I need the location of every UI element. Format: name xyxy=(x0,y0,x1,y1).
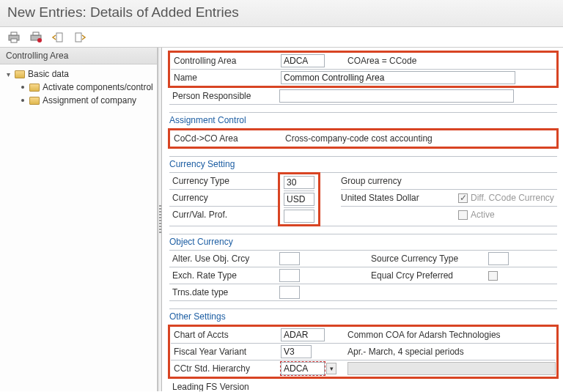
diff-ccode-label: Diff. CCode Currency xyxy=(471,193,554,203)
cctr-desc-readonly xyxy=(347,362,556,375)
group-currency: Currency Setting Currency Type Currency … xyxy=(169,156,557,226)
bullet-icon xyxy=(21,86,24,89)
expand-icon[interactable]: ▾ xyxy=(4,70,12,78)
tree-item-activate[interactable]: Activate components/control xyxy=(19,81,157,94)
svg-rect-1 xyxy=(11,32,17,35)
other-title: Other Settings xyxy=(169,310,557,323)
highlight-other: Chart of Accts Common COA for Adarsh Tec… xyxy=(169,326,557,377)
name-label: Name xyxy=(171,73,281,83)
currency-input[interactable] xyxy=(284,193,314,206)
bullet-icon xyxy=(21,99,24,102)
row-controlling-area: Controlling Area COArea = CCode xyxy=(171,53,556,68)
chart-accts-input[interactable] xyxy=(281,328,325,341)
row-cocd: CoCd->CO Area Cross-company-code cost ac… xyxy=(171,131,556,146)
folder-icon xyxy=(29,97,40,105)
svg-rect-2 xyxy=(11,39,17,42)
navigation-pane: Controlling Area ▾ Basic data Activate c… xyxy=(0,48,158,391)
folder-icon xyxy=(29,84,40,92)
nav-header: Controlling Area xyxy=(0,48,157,64)
diff-ccode-checkbox[interactable] xyxy=(458,193,468,203)
source-currency-label: Source Currency Type xyxy=(371,254,488,264)
currency-desc: United States Dollar xyxy=(341,193,458,203)
active-checkbox[interactable] xyxy=(458,210,468,220)
curr-val-prof-label: Curr/Val. Prof. xyxy=(169,210,279,220)
tree-root-label: Basic data xyxy=(28,69,69,79)
currency-title: Currency Setting xyxy=(169,158,557,171)
highlight-basic: Controlling Area COArea = CCode Name xyxy=(169,52,557,86)
svg-point-5 xyxy=(37,38,42,42)
currency-label: Currency xyxy=(169,193,279,203)
tree-item-label: Assignment of company xyxy=(43,95,136,106)
objcurr-title: Object Currency xyxy=(169,235,557,248)
coarea-ccode-text: COArea = CCode xyxy=(343,56,556,66)
cctr-label: CCtr Std. Hierarchy xyxy=(171,363,281,374)
group-other: Other Settings Chart of Accts Common COA… xyxy=(169,308,557,391)
svg-rect-4 xyxy=(33,32,39,35)
alter-use-label: Alter. Use Obj. Crcy xyxy=(169,254,279,264)
cocd-label: CoCd->CO Area xyxy=(171,133,281,144)
alter-use-input[interactable] xyxy=(279,252,300,265)
currency-type-label: Currency Type xyxy=(169,176,279,186)
highlight-assignment: CoCd->CO Area Cross-company-code cost ac… xyxy=(169,130,557,147)
value-help-icon[interactable]: ▾ xyxy=(326,363,336,374)
fyv-input[interactable] xyxy=(281,345,312,358)
curr-val-prof-input[interactable] xyxy=(284,210,314,223)
highlight-currency-inputs xyxy=(279,174,319,225)
equal-crcy-label: Equal Crcy Preferred xyxy=(371,270,488,281)
cocd-value: Cross-company-code cost accounting xyxy=(281,133,556,144)
print-icon[interactable] xyxy=(7,32,21,43)
controlling-area-label: Controlling Area xyxy=(171,56,281,66)
previous-entry-icon[interactable] xyxy=(51,32,65,43)
tree-item-label: Activate components/control xyxy=(43,82,153,92)
chart-accts-desc: Common COA for Adarsh Technologies xyxy=(343,330,556,340)
currency-type-desc: Group currency xyxy=(341,176,402,186)
row-name: Name xyxy=(171,70,556,85)
group-assignment: Assignment Control CoCd->CO Area Cross-c… xyxy=(169,112,557,149)
fyv-desc: Apr.- March, 4 special periods xyxy=(343,347,556,357)
group-object-currency: Object Currency Alter. Use Obj. Crcy Sou… xyxy=(169,234,557,301)
page-title: New Entries: Details of Added Entries xyxy=(0,0,563,27)
trns-date-input[interactable] xyxy=(279,286,300,299)
save-variant-icon[interactable] xyxy=(29,32,43,43)
svg-rect-6 xyxy=(56,33,62,42)
exch-rate-label: Exch. Rate Type xyxy=(169,270,279,281)
currency-type-input[interactable] xyxy=(284,176,314,189)
exch-rate-input[interactable] xyxy=(279,269,300,282)
active-label: Active xyxy=(471,210,495,220)
next-entry-icon[interactable] xyxy=(73,32,87,43)
fyv-label: Fiscal Year Variant xyxy=(171,347,281,357)
person-responsible-input[interactable] xyxy=(279,89,514,103)
person-responsible-label: Person Responsible xyxy=(169,91,279,101)
leading-fs-label: Leading FS Version xyxy=(169,382,279,391)
cctr-input[interactable] xyxy=(281,362,325,375)
chart-accts-label: Chart of Accts xyxy=(171,330,281,340)
folder-icon xyxy=(15,70,25,78)
content-area: Controlling Area COArea = CCode Name Per… xyxy=(162,48,563,391)
svg-rect-7 xyxy=(76,33,81,42)
equal-crcy-checkbox[interactable] xyxy=(488,271,498,281)
tree-root[interactable]: ▾ Basic data xyxy=(4,67,157,81)
assignment-title: Assignment Control xyxy=(169,114,557,127)
row-person-responsible: Person Responsible xyxy=(169,89,557,103)
trns-date-label: Trns.date type xyxy=(169,287,279,297)
source-currency-input[interactable] xyxy=(488,252,509,265)
controlling-area-input[interactable] xyxy=(281,54,325,67)
name-input[interactable] xyxy=(281,71,515,84)
tree-item-assignment[interactable]: Assignment of company xyxy=(19,94,157,107)
toolbar xyxy=(0,27,563,48)
